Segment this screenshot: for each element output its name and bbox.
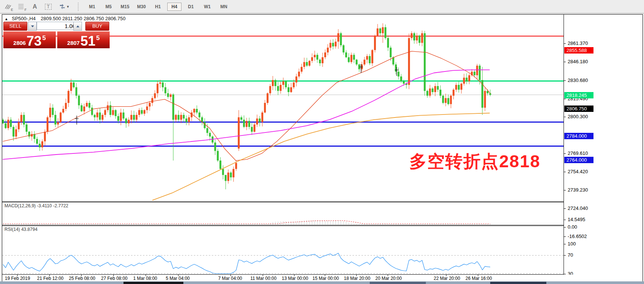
axis-tick-mark [564,208,566,209]
axis-tick-mark [564,80,566,81]
macd-indicator-label: MACD(12,26,9) -3.4110 -2.7722 [4,203,68,208]
date-tick-label: 13 Mar 00:00 [282,276,308,281]
drawing-tool-button[interactable]: E [2,2,13,12]
price-tick-label: 2724.040 [568,205,588,211]
buy-button[interactable]: BUY [85,22,109,31]
chevron-down-icon: ▼ [66,5,70,9]
price-badge: 2784.000 [564,133,593,139]
textbox-tool-button[interactable]: T [43,2,54,12]
strip-segment [490,282,546,284]
arrange-arrows-icon [59,4,65,9]
arrange-tool-button[interactable]: ▼ [56,2,73,12]
axis-tick-mark [564,255,566,256]
grid-tool-button[interactable]: F [16,2,27,12]
rsi-line [3,253,490,274]
date-tick-label: 21 Feb 12:00 [37,276,64,281]
axis-tick-mark [564,62,566,62]
date-tick-label: 26 Mar 16:00 [466,276,492,281]
price-tick-label: -16.6502 [568,233,587,239]
macd-panel[interactable] [2,203,564,225]
price-tick-label: 2769.610 [568,150,588,156]
axis-tick-mark [564,190,566,190]
timeframe-button-h4[interactable]: H4 [167,3,181,11]
toolbar-grip[interactable] [78,3,81,11]
timeframe-button-m15[interactable]: M15 [118,3,132,11]
date-tick-label: 15 Mar 00:00 [312,276,339,281]
ohlc-values: 2809.500 2811.250 2806.750 2806.750 [41,16,126,21]
rsi-panel[interactable] [2,226,564,274]
grid-tool-sub: F [25,8,27,12]
collapse-triangle-icon[interactable]: ▲ [4,17,8,21]
axis-tick-mark [564,244,566,244]
text-tool-button[interactable]: A [29,2,40,12]
strip-segment [370,282,426,284]
timeframe-button-d1[interactable]: D1 [184,3,198,11]
ask-price-integer: 2807 [67,40,80,46]
date-tick-label: 5 Mar 04:00 [166,276,190,281]
ma-fast-line [3,51,490,161]
chart-window: ▲ SP500-,H4 2809.500 2811.250 2806.750 2… [2,14,643,282]
toolbar: E F A T ▼ M1M5M15M30H1H4D1W1MN [0,0,644,13]
panel-separator[interactable] [2,201,564,202]
axis-tick-mark [564,43,566,44]
price-tick-label: 2739.230 [568,187,588,193]
timeframe-button-w1[interactable]: W1 [200,3,214,11]
sell-button[interactable]: SELL [3,22,27,31]
bid-price-integer: 2806 [13,40,26,46]
axis-tick-mark [564,227,566,227]
date-tick-label: 20 Mar 20:00 [375,276,402,281]
ask-price-panel[interactable]: 2807 51 5 [57,31,110,48]
timeframe-button-mn[interactable]: MN [217,3,231,11]
timeframe-button-m5[interactable]: M5 [101,3,116,11]
price-badge: 2806.750 [564,106,593,112]
axis-tick-mark [564,153,566,154]
timeframe-button-m30[interactable]: M30 [134,3,149,11]
price-tick-label: 14.5495 [568,217,585,222]
bid-price-panel[interactable]: 2806 73 5 [3,31,56,48]
arrow-down-icon [31,25,34,27]
date-tick-label: 7 Mar 04:00 [218,276,242,281]
arrow-up-icon [76,25,79,27]
timeframe-button-h1[interactable]: H1 [151,3,165,11]
date-tick-label: 27 Feb 08:00 [101,276,128,281]
ask-price-pip: 5 [96,34,100,42]
date-tick-label: 19 Feb 2019 [5,276,30,281]
price-tick-label: 0.00 [568,224,577,230]
one-click-trading-widget: SELL BUY 2806 73 5 2807 51 [3,22,110,47]
date-tick-label: 18 Mar 20:00 [344,276,370,281]
ask-price-main: 51 [80,35,95,47]
axis-tick-mark [564,236,566,237]
bid-price-pip: 5 [42,34,46,42]
bid-price-main: 73 [27,35,42,47]
timeframe-button-m1[interactable]: M1 [85,3,99,11]
text-tool-icon: A [33,3,37,10]
price-badge: 2855.588 [564,47,593,54]
price-tick-label: 2800.300 [568,114,588,119]
strip-segment [123,282,183,284]
chart-title: ▲ SP500-,H4 2809.500 2811.250 2806.750 2… [4,16,126,21]
volume-input[interactable] [37,22,78,30]
macd-signal-line [3,220,490,224]
date-axis[interactable]: 19 Feb 201921 Feb 12:0025 Feb 08:0027 Fe… [2,275,643,281]
price-axis[interactable]: 2861.3702846.1802830.6802815.4902800.300… [564,15,642,275]
price-tick-label: 2754.420 [568,169,588,174]
chart-annotation-text: 多空转折点2818 [409,150,540,173]
price-badge: 2764.000 [564,157,593,163]
axis-tick-mark [564,117,566,117]
symbol-period-label: SP500-,H4 [12,16,36,21]
rsi-indicator-label: RSI(14) 43.8794 [4,227,37,232]
axis-tick-mark [564,99,566,99]
price-tick-label: 2861.370 [568,40,588,46]
volume-decrease-button[interactable] [28,22,37,31]
axis-tick-mark [564,172,566,172]
price-tick-label: 70 [568,252,573,258]
axis-tick-mark [564,220,566,220]
price-tick-label: 100 [568,241,576,247]
panel-separator[interactable] [2,225,564,226]
date-tick-label: 22 Mar 20:00 [434,276,460,281]
mt4-terminal: E F A T ▼ M1M5M15M30H1H4D1W1MN [0,0,644,284]
volume-increase-button[interactable] [73,22,82,31]
date-tick-label: 25 Feb 08:00 [69,276,95,281]
date-tick-label: 1 Mar 08:00 [133,276,157,281]
bottom-window-strip [0,281,644,284]
